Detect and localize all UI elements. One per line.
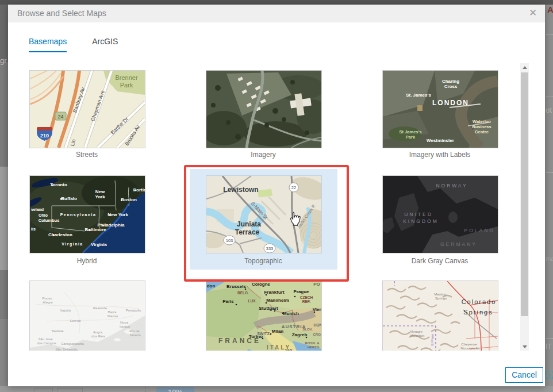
map-label: dos Campos (37, 341, 56, 345)
backdrop-dash (546, 338, 553, 339)
map-label: dos Reis (91, 335, 105, 338)
map-label: Cologne (252, 282, 271, 287)
map-label: Park (120, 82, 133, 89)
basemap-caption: Streets (29, 151, 144, 159)
dark-gray-thumbnail: NORWAY UNITED KINGDOM POLAND GERMANY (383, 176, 498, 253)
tab-arcgis[interactable]: ArcGIS (92, 37, 118, 52)
map-label: Charing (442, 79, 459, 84)
basemap-gallery[interactable]: Brenner Park Banbury Av Chapman Ave Bart… (8, 62, 520, 351)
basemap-tile-streets[interactable]: Brenner Park Banbury Av Chapman Ave Bart… (29, 70, 145, 148)
basemap-caption: Dark Gray Canvas (382, 257, 497, 265)
map-label: Centre (475, 129, 489, 134)
map-label: BOSN. & (305, 341, 320, 345)
map-label: PO (313, 282, 320, 287)
backdrop-text-fragment: ma (546, 255, 553, 262)
map-label: St James's (400, 129, 422, 134)
map-label: Lewistown (223, 186, 258, 194)
map-label: HUN (313, 323, 321, 327)
basemap-tile-hybrid[interactable]: Toronto New York Buffalo Boston Portla P… (29, 175, 145, 253)
backdrop-left-map (0, 167, 8, 270)
map-label: BELG. (237, 291, 249, 295)
map-label: Paris (222, 299, 234, 304)
backdrop-bottom (0, 386, 553, 392)
basemap-tile-topographic[interactable]: Lewistown Juniata Terrace S-Main-St Jack… (206, 175, 322, 253)
map-label: Barra (108, 310, 117, 314)
hybrid-thumbnail: Toronto New York Buffalo Boston Portla P… (30, 176, 145, 253)
route-shield-label: 333 (266, 246, 274, 251)
map-label: Munich (283, 311, 299, 316)
basemap-tile-dark-gray-canvas[interactable]: NORWAY UNITED KINGDOM POLAND GERMANY (382, 175, 498, 253)
map-label: São José (38, 337, 53, 341)
backdrop-percent-box: 10% (156, 387, 194, 392)
map-label: York (95, 194, 105, 199)
tab-basemaps[interactable]: Basemaps (29, 37, 67, 52)
map-label: Cheyenne (461, 343, 477, 346)
map-label: Charleston (48, 232, 72, 237)
map-label: São Sebastião (55, 348, 78, 351)
map-label: Petrópolis (126, 309, 141, 312)
map-label: veland (31, 207, 44, 212)
map-label: Buffalo (61, 196, 77, 201)
basemap-caption: Hybrid (29, 257, 144, 265)
map-label: Terrace (235, 228, 260, 236)
map-label: Zagreb (292, 332, 308, 337)
map-label: Pouso (42, 297, 52, 300)
map-label: Angra (93, 330, 103, 334)
imagery-thumbnail (206, 71, 321, 148)
browse-maps-dialog: Browse and Select Maps ✕ Basemaps ArcGIS (8, 5, 545, 386)
map-label: GERMANY (440, 241, 477, 247)
scroll-up-icon (523, 66, 527, 69)
map-label: Mansa (107, 314, 118, 318)
map-label: Juniata (237, 220, 261, 228)
map-label: St. James's (406, 93, 431, 98)
map-label: Springs (435, 297, 447, 300)
map-label: New (95, 189, 105, 194)
map-label: Alegre (43, 301, 53, 304)
streets-thumbnail: Brenner Park Banbury Av Chapman Ave Bart… (30, 71, 145, 148)
backdrop-text-fragment: IT (546, 343, 552, 351)
map-label: Manitou (434, 293, 446, 296)
terrain-thumbnail: El Paso Colorado Springs Manitou Springs… (383, 281, 498, 351)
backdrop-left-dark (0, 5, 8, 62)
basemap-tile-terrain-with-labels[interactable]: El Paso Colorado Springs Manitou Springs… (382, 280, 498, 351)
map-label: Lorena (70, 319, 81, 322)
dialog-title: Browse and Select Maps (17, 9, 106, 18)
backdrop-text-fragment: ot (546, 106, 552, 114)
map-label: Vien (313, 307, 321, 312)
map-label: Ohio (39, 213, 48, 217)
map-label: El Paso (431, 333, 434, 345)
map-label: NORWAY (436, 183, 467, 189)
map-label: Virginia (62, 242, 83, 247)
basemap-tile-light-gray-canvas[interactable]: Pouso Alegre Itajubá Resende Barra Mansa… (29, 280, 145, 351)
close-icon[interactable]: ✕ (527, 7, 539, 20)
map-label: LUX. (248, 299, 257, 303)
scroll-up-button[interactable] (520, 63, 529, 71)
map-label: SLOV. (302, 328, 313, 331)
map-label: Frankfurt (264, 290, 284, 295)
scrollbar[interactable] (520, 63, 529, 351)
basemap-tile-imagery-with-labels[interactable]: Charing Cross St. James's LONDON Waterlo… (382, 70, 498, 148)
map-label: HERZG. (308, 345, 321, 349)
scrollbar-thumb[interactable] (521, 72, 528, 316)
scroll-down-button[interactable] (520, 343, 529, 351)
route-shield-label: 22 (291, 185, 296, 190)
basemap-tile-national-geographic[interactable]: don Brussels Cologne BELG. Frankfurt Pra… (206, 280, 322, 351)
imagery-labels-thumbnail: Charing Cross St. James's LONDON Waterlo… (383, 71, 498, 148)
map-label: POLAND (464, 228, 495, 233)
map-label: Columbus (39, 218, 60, 223)
route-shield-label: 24 (57, 114, 63, 120)
topographic-thumbnail: Lewistown Juniata Terrace S-Main-St Jack… (206, 176, 321, 253)
backdrop-right (545, 5, 553, 386)
map-label: Janeiro (129, 333, 141, 337)
map-label: Cross (444, 84, 458, 89)
light-gray-thumbnail: Pouso Alegre Itajubá Resende Barra Mansa… (30, 281, 145, 351)
map-label: UNITED (404, 212, 433, 217)
map-label: Itajubá (60, 309, 71, 312)
map-label: Virginia (91, 242, 107, 247)
map-label: REP. (302, 299, 311, 303)
basemap-tile-imagery[interactable] (206, 70, 322, 148)
backdrop-dash (546, 34, 553, 35)
backdrop-text-fragment: A (547, 5, 553, 14)
cancel-button[interactable]: Cancel (505, 367, 543, 383)
backdrop-text-fragment: 52 (544, 368, 553, 382)
